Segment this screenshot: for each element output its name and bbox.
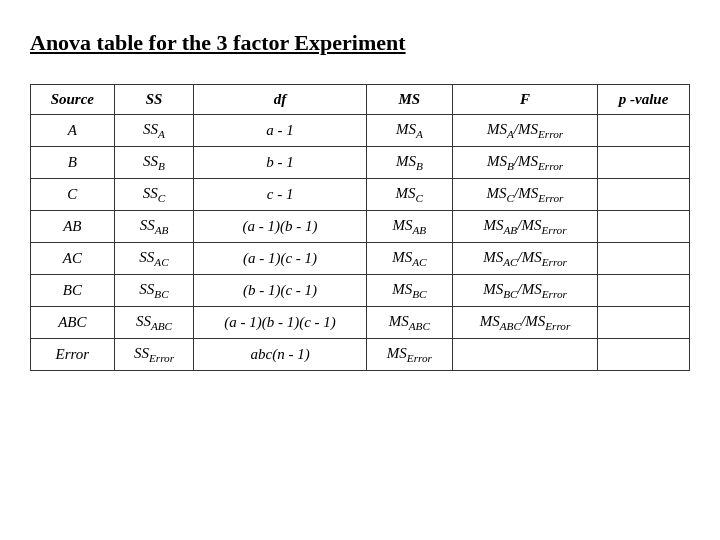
table-row: CSSCc - 1MSCMSC/MSError <box>31 179 690 211</box>
page-title: Anova table for the 3 factor Experiment <box>30 30 690 56</box>
table-cell: MSA <box>366 115 452 147</box>
table-cell: (a - 1)(c - 1) <box>194 243 367 275</box>
table-cell: SSBC <box>114 275 194 307</box>
table-row: BCSSBC(b - 1)(c - 1)MSBCMSBC/MSError <box>31 275 690 307</box>
anova-table: Source SS df MS F p -value ASSAa - 1MSAM… <box>30 84 690 371</box>
table-cell: SSA <box>114 115 194 147</box>
table-row: ErrorSSErrorabc(n - 1)MSError <box>31 339 690 371</box>
table-cell <box>598 307 690 339</box>
table-cell: abc(n - 1) <box>194 339 367 371</box>
col-ms: MS <box>366 85 452 115</box>
table-cell: SSError <box>114 339 194 371</box>
table-cell: a - 1 <box>194 115 367 147</box>
table-cell <box>598 147 690 179</box>
table-cell: (a - 1)(b - 1)(c - 1) <box>194 307 367 339</box>
table-cell: MSAC/MSError <box>452 243 597 275</box>
table-cell: MSB <box>366 147 452 179</box>
table-cell <box>598 179 690 211</box>
table-cell: MSError <box>366 339 452 371</box>
table-cell: MSBC/MSError <box>452 275 597 307</box>
table-cell: MSBC <box>366 275 452 307</box>
table-cell: (b - 1)(c - 1) <box>194 275 367 307</box>
table-cell: MSB/MSError <box>452 147 597 179</box>
table-cell: C <box>31 179 115 211</box>
table-cell: ABC <box>31 307 115 339</box>
table-cell: Error <box>31 339 115 371</box>
table-cell: MSABC <box>366 307 452 339</box>
col-df: df <box>194 85 367 115</box>
table-cell <box>598 275 690 307</box>
table-cell: (a - 1)(b - 1) <box>194 211 367 243</box>
table-cell <box>598 115 690 147</box>
table-cell: SSB <box>114 147 194 179</box>
table-cell: BC <box>31 275 115 307</box>
table-cell: MSAB <box>366 211 452 243</box>
table-cell <box>598 211 690 243</box>
table-cell: MSABC/MSError <box>452 307 597 339</box>
table-cell <box>452 339 597 371</box>
table-cell: MSAB/MSError <box>452 211 597 243</box>
table-cell: SSAB <box>114 211 194 243</box>
table-cell: MSA/MSError <box>452 115 597 147</box>
table-cell: B <box>31 147 115 179</box>
table-cell: AC <box>31 243 115 275</box>
table-cell: SSABC <box>114 307 194 339</box>
table-cell: SSAC <box>114 243 194 275</box>
table-body: ASSAa - 1MSAMSA/MSErrorBSSBb - 1MSBMSB/M… <box>31 115 690 371</box>
table-row: ASSAa - 1MSAMSA/MSError <box>31 115 690 147</box>
col-pvalue: p -value <box>598 85 690 115</box>
table-cell: SSC <box>114 179 194 211</box>
table-row: ABSSAB(a - 1)(b - 1)MSABMSAB/MSError <box>31 211 690 243</box>
table-row: ABCSSABC(a - 1)(b - 1)(c - 1)MSABCMSABC/… <box>31 307 690 339</box>
table-cell: c - 1 <box>194 179 367 211</box>
col-source: Source <box>31 85 115 115</box>
table-cell <box>598 243 690 275</box>
table-header-row: Source SS df MS F p -value <box>31 85 690 115</box>
col-f: F <box>452 85 597 115</box>
table-cell: A <box>31 115 115 147</box>
table-cell: b - 1 <box>194 147 367 179</box>
col-ss: SS <box>114 85 194 115</box>
table-row: ACSSAC(a - 1)(c - 1)MSACMSAC/MSError <box>31 243 690 275</box>
table-row: BSSBb - 1MSBMSB/MSError <box>31 147 690 179</box>
table-cell <box>598 339 690 371</box>
table-cell: MSAC <box>366 243 452 275</box>
table-cell: MSC/MSError <box>452 179 597 211</box>
table-cell: AB <box>31 211 115 243</box>
table-cell: MSC <box>366 179 452 211</box>
